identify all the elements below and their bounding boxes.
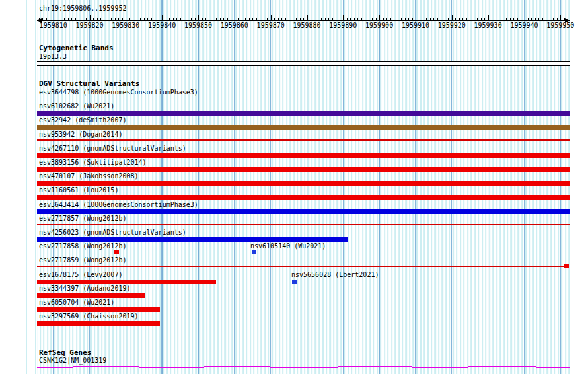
variant-label[interactable]: nsv3344397 (Audano2019) [39,285,130,292]
ruler-minor-tick [71,18,72,20]
ruler-minor-tick [426,18,427,20]
ruler-minor-tick [553,18,554,20]
ruler-major-tick [488,15,489,20]
variant-label[interactable]: esv3893156 (Suktitipat2014) [39,159,147,166]
ruler-minor-tick [83,18,83,20]
variant-point-marker[interactable] [252,250,256,254]
ruler-minor-tick [459,18,460,20]
variant-label[interactable]: esv1678175 (Levy2007) [39,271,122,278]
ruler-minor-tick [369,18,369,20]
gene-line-segment[interactable] [468,366,536,367]
variant-label[interactable]: nsv953942 (Dogan2014) [39,131,122,138]
ruler-minor-tick [383,18,384,20]
gene-line-segment[interactable] [412,367,468,368]
variant-bar[interactable] [37,195,570,200]
variant-label[interactable]: nsv4267110 (gnomADStructuralVariants) [39,145,186,152]
gene-line-segment[interactable] [139,367,204,368]
ruler-minor-tick [260,18,260,20]
variant-bar[interactable] [37,125,570,130]
ruler-major-tick [162,15,163,20]
variant-label[interactable]: nsv4256023 (gnomADStructuralVariants) [39,229,186,236]
ruler-minor-tick [528,18,529,20]
variant-line[interactable] [37,266,565,267]
locus-header: chr19:1959806..1959952 [39,5,126,12]
variant-label[interactable]: esv2717858 (Wong2012b) [39,243,126,250]
variant-bar[interactable] [37,237,348,242]
variant-line[interactable] [37,224,570,225]
ruler-minor-tick [354,18,355,20]
variant-label[interactable]: nsv5656028 (Ebert2021) [291,271,379,278]
grid-margin-line [35,0,36,374]
refseq-section-title: RefSeq Genes [39,349,91,357]
variant-line[interactable] [37,252,115,253]
ruler-minor-tick [357,18,358,20]
variant-bar[interactable] [37,321,160,326]
ruler-minor-tick [492,18,492,20]
ruler-minor-tick [46,18,47,20]
variant-bar[interactable] [37,153,570,158]
cytogenetic-band-rect[interactable] [37,61,570,66]
ruler-minor-tick [293,18,293,20]
ruler-minor-tick [159,18,159,20]
ruler-minor-tick [108,18,108,20]
ruler-minor-tick [535,18,536,20]
variant-end-marker[interactable] [114,250,119,254]
ruler-minor-tick [264,18,264,20]
ruler-minor-tick [401,18,402,20]
ruler-minor-tick [398,18,398,20]
ruler-minor-tick [503,18,503,20]
variant-bar[interactable] [37,280,216,284]
variant-label[interactable]: esv3643414 (1000GenomesConsortiumPhase3) [39,201,198,208]
variant-end-marker[interactable] [564,264,569,268]
ruler-minor-tick [151,18,152,20]
ruler-minor-tick [296,18,297,20]
gene-line-segment[interactable] [73,366,139,367]
variant-label[interactable]: esv2717859 (Wong2012b) [39,256,126,264]
variant-bar[interactable] [37,307,160,312]
ruler-minor-tick [227,18,228,20]
ruler-minor-tick [75,18,76,20]
variant-line[interactable] [37,98,570,99]
ruler-minor-tick [550,18,550,20]
variant-label[interactable]: nsv470107 (Jakobsson2008) [39,172,139,180]
grid-margin-line [26,0,27,374]
ruler-minor-tick [216,18,217,20]
gene-line-segment[interactable] [37,367,73,368]
ruler-minor-tick [332,18,333,20]
variant-bar[interactable] [37,167,570,172]
ruler-minor-tick [311,18,311,20]
ruler-minor-tick [499,18,499,20]
variant-label[interactable]: nsv6105140 (Wu2021) [250,243,326,250]
variant-bar[interactable] [37,293,145,298]
ruler-minor-tick [278,18,279,20]
variant-bar[interactable] [37,209,570,214]
variant-bar[interactable] [37,111,570,116]
ruler-axis-line [37,20,570,21]
ruler-minor-tick [176,18,177,20]
ruler-minor-tick [144,18,145,20]
gene-line-segment[interactable] [338,366,412,367]
ruler-minor-tick [328,18,329,20]
ruler-minor-tick [481,18,482,20]
ruler-minor-tick [57,18,57,20]
ruler-minor-tick [68,18,69,20]
ruler-minor-tick [390,18,391,20]
genome-browser-view: chr19:1959806..1959952 19598101959820195… [0,0,588,374]
variant-point-marker[interactable] [292,280,297,284]
ruler-minor-tick [564,18,565,20]
ruler-major-tick [54,15,54,20]
variant-line[interactable] [37,139,570,141]
variant-label[interactable]: esv32942 (deSmith2007) [39,116,126,124]
variant-bar[interactable] [37,181,570,186]
ruler-minor-tick [61,18,61,20]
variant-label[interactable]: esv2717857 (Wong2012b) [39,215,126,222]
variant-label[interactable]: nsv6050704 (Wu2021) [39,299,114,306]
variant-label[interactable]: nsv1160561 (Lou2015) [39,186,118,194]
variant-label[interactable]: nsv6102682 (Wu2021) [39,102,114,110]
ruler-minor-tick [350,18,351,20]
gene-line-segment[interactable] [270,367,338,368]
variant-label[interactable]: esv3644798 (1000GenomesConsortiumPhase3) [39,89,198,96]
gene-line-segment[interactable] [536,367,570,368]
variant-label[interactable]: nsv3297569 (Chaisson2019) [39,313,139,320]
gene-line-segment[interactable] [204,366,270,367]
